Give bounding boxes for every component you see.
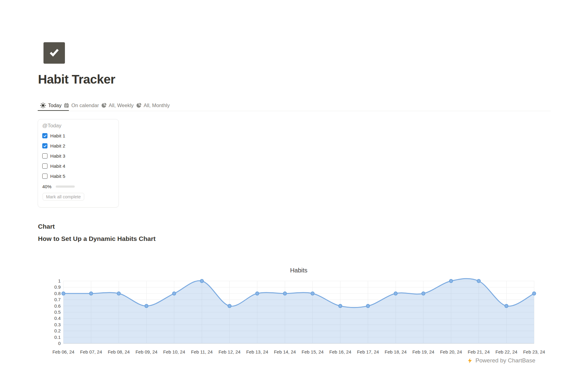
svg-text:Feb 15, 24: Feb 15, 24 xyxy=(302,349,324,354)
pie-chart-icon xyxy=(101,103,107,108)
habit-checkbox[interactable] xyxy=(42,143,47,148)
habit-label: Habit 2 xyxy=(50,143,65,149)
progress-row: 40% xyxy=(42,184,114,189)
habit-row: Habit 2 xyxy=(42,143,114,148)
habit-checkbox[interactable] xyxy=(42,153,47,159)
progress-bar xyxy=(56,185,75,188)
page-icon[interactable] xyxy=(43,42,65,64)
svg-text:0.1: 0.1 xyxy=(54,335,61,340)
checkmark-icon xyxy=(47,46,61,60)
view-tabs: Today On calendar All, Weekly xyxy=(0,101,588,111)
tab-label: All, Monthly xyxy=(144,103,170,108)
habit-row: Habit 1 xyxy=(42,133,114,138)
habit-row: Habit 4 xyxy=(42,163,114,169)
svg-text:Feb 20, 24: Feb 20, 24 xyxy=(440,349,462,354)
howto-heading: How to Set Up a Dynamic Habits Chart xyxy=(38,235,156,242)
habit-label: Habit 3 xyxy=(50,153,65,159)
progress-percent-label: 40% xyxy=(42,184,56,189)
tab-all-monthly[interactable]: All, Monthly xyxy=(136,101,170,110)
habit-label: Habit 4 xyxy=(50,163,65,169)
calendar-icon xyxy=(64,103,69,108)
habit-checkbox[interactable] xyxy=(42,133,47,138)
svg-text:0.4: 0.4 xyxy=(54,316,61,321)
tab-all-weekly[interactable]: All, Weekly xyxy=(101,101,134,110)
svg-text:0: 0 xyxy=(58,341,61,346)
powered-by-label: Powered by ChartBase xyxy=(476,357,535,364)
tab-today[interactable]: Today xyxy=(40,101,62,110)
svg-text:Feb 06, 24: Feb 06, 24 xyxy=(52,349,74,354)
svg-text:0.7: 0.7 xyxy=(54,297,61,302)
svg-text:Feb 17, 24: Feb 17, 24 xyxy=(357,349,379,354)
chart-section-heading: Chart xyxy=(38,223,55,230)
habit-label: Habit 1 xyxy=(50,133,65,139)
svg-text:0.2: 0.2 xyxy=(54,328,61,333)
svg-text:Feb 21, 24: Feb 21, 24 xyxy=(468,349,490,354)
habits-area-chart[interactable]: 00.10.20.30.40.50.60.70.80.91Feb 06, 24F… xyxy=(0,266,588,358)
svg-text:Feb 23, 24: Feb 23, 24 xyxy=(523,349,545,354)
powered-by-chartbase-link[interactable]: Powered by ChartBase xyxy=(468,357,535,364)
svg-text:1: 1 xyxy=(58,278,61,283)
svg-text:0.3: 0.3 xyxy=(54,322,61,327)
tab-on-calendar[interactable]: On calendar xyxy=(64,101,99,110)
svg-text:0.8: 0.8 xyxy=(54,291,61,296)
habit-label: Habit 5 xyxy=(50,174,65,179)
tab-label: On calendar xyxy=(71,103,99,108)
tab-label: Today xyxy=(48,103,62,108)
pie-chart-icon xyxy=(136,103,141,108)
svg-text:0.5: 0.5 xyxy=(54,309,61,315)
card-header: @Today xyxy=(42,122,114,129)
tab-label: All, Weekly xyxy=(109,103,134,108)
svg-text:Feb 08, 24: Feb 08, 24 xyxy=(108,349,130,354)
svg-text:0.9: 0.9 xyxy=(54,284,61,290)
habit-checkbox[interactable] xyxy=(42,163,47,169)
habit-checkbox[interactable] xyxy=(42,174,47,179)
svg-text:0.6: 0.6 xyxy=(54,303,61,309)
tabs-divider xyxy=(38,111,551,111)
today-card: @Today Habit 1 Habit 2 Habit 3 Habit 4 H… xyxy=(38,119,119,208)
svg-text:Feb 13, 24: Feb 13, 24 xyxy=(246,349,268,354)
svg-text:Feb 22, 24: Feb 22, 24 xyxy=(496,349,518,354)
mark-all-complete-button[interactable]: Mark all complete xyxy=(43,193,84,200)
svg-text:Feb 11, 24: Feb 11, 24 xyxy=(191,349,213,354)
svg-text:Feb 09, 24: Feb 09, 24 xyxy=(135,349,157,354)
svg-text:Feb 12, 24: Feb 12, 24 xyxy=(219,349,241,354)
svg-text:Feb 07, 24: Feb 07, 24 xyxy=(80,349,102,354)
svg-text:Feb 14, 24: Feb 14, 24 xyxy=(274,349,296,354)
habit-row: Habit 5 xyxy=(42,174,114,179)
svg-text:Feb 19, 24: Feb 19, 24 xyxy=(412,349,434,354)
svg-text:Feb 10, 24: Feb 10, 24 xyxy=(163,349,185,354)
habit-row: Habit 3 xyxy=(42,153,114,159)
sun-icon xyxy=(40,103,46,108)
lightning-icon xyxy=(468,358,472,363)
svg-text:Feb 18, 24: Feb 18, 24 xyxy=(385,349,407,354)
page-title: Habit Tracker xyxy=(38,72,115,87)
svg-text:Feb 16, 24: Feb 16, 24 xyxy=(329,349,351,354)
